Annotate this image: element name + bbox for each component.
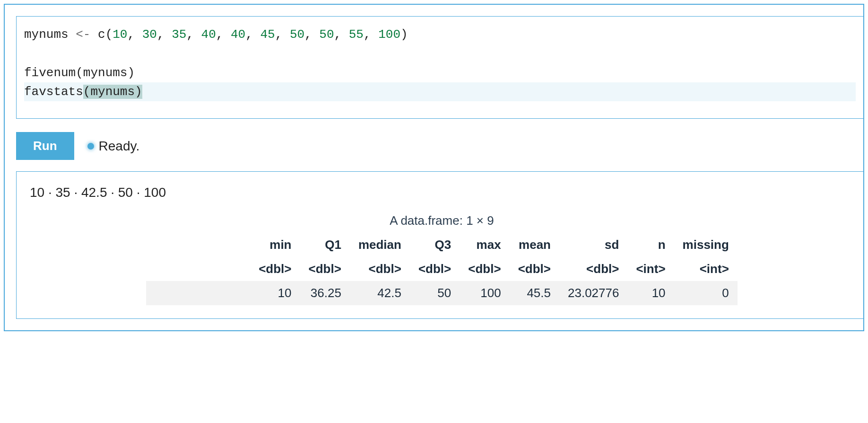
table-rowlabel-head [146, 233, 250, 257]
run-button[interactable]: Run [16, 132, 74, 160]
table-cell-Q3: 50 [410, 281, 460, 305]
table-cell-max: 100 [460, 281, 509, 305]
status: Ready. [87, 139, 140, 154]
table-column-max: max [460, 233, 509, 257]
table-coltype-Q3: <dbl> [410, 257, 460, 281]
table-column-mean: mean [510, 233, 559, 257]
table-cell-sd: 23.02776 [559, 281, 627, 305]
table-cell-n: 10 [627, 281, 674, 305]
notebook-cell: mynums <- c(10, 30, 35, 40, 40, 45, 50, … [4, 4, 864, 331]
table-column-median: median [350, 233, 410, 257]
table-column-n: n [627, 233, 674, 257]
table-column-sd: sd [559, 233, 627, 257]
code-line-4[interactable]: favstats(mynums) [24, 82, 856, 101]
output-panel: 10 · 35 · 42.5 · 50 · 100 A data.frame: … [16, 171, 863, 319]
dataframe-wrap: A data.frame: 1 × 9 minQ1medianQ3maxmean… [30, 213, 854, 305]
table-coltype-mean: <dbl> [510, 257, 559, 281]
table-cell-Q1: 36.25 [300, 281, 350, 305]
table-coltype-sd: <dbl> [559, 257, 627, 281]
code-line-blank[interactable] [24, 44, 856, 63]
table-coltype-max: <dbl> [460, 257, 509, 281]
table-rowlabel-head [146, 257, 250, 281]
dataframe-caption: A data.frame: 1 × 9 [34, 213, 850, 228]
table-cell-mean: 45.5 [510, 281, 559, 305]
table-cell-missing: 0 [674, 281, 738, 305]
dataframe-table: minQ1medianQ3maxmeansdnmissing <dbl><dbl… [146, 233, 738, 305]
table-column-min: min [250, 233, 300, 257]
code-line-3[interactable]: fivenum(mynums) [24, 63, 856, 82]
table-column-Q3: Q3 [410, 233, 460, 257]
code-editor[interactable]: mynums <- c(10, 30, 35, 40, 40, 45, 50, … [16, 16, 863, 119]
table-coltype-Q1: <dbl> [300, 257, 350, 281]
status-dot-icon [87, 143, 94, 150]
table-coltype-min: <dbl> [250, 257, 300, 281]
table-rowlabel [146, 281, 250, 305]
table-header-names: minQ1medianQ3maxmeansdnmissing [146, 233, 738, 257]
table-header-types: <dbl><dbl><dbl><dbl><dbl><dbl><dbl><int>… [146, 257, 738, 281]
table-coltype-n: <int> [627, 257, 674, 281]
status-text: Ready. [99, 139, 140, 154]
table-cell-min: 10 [250, 281, 300, 305]
controls-row: Run Ready. [16, 132, 863, 160]
table-column-Q1: Q1 [300, 233, 350, 257]
table-coltype-median: <dbl> [350, 257, 410, 281]
code-line-1[interactable]: mynums <- c(10, 30, 35, 40, 40, 45, 50, … [24, 25, 856, 44]
table-cell-median: 42.5 [350, 281, 410, 305]
table-column-missing: missing [674, 233, 738, 257]
fivenum-output: 10 · 35 · 42.5 · 50 · 100 [30, 185, 854, 200]
table-row: 1036.2542.55010045.523.02776100 [146, 281, 738, 305]
table-coltype-missing: <int> [674, 257, 738, 281]
